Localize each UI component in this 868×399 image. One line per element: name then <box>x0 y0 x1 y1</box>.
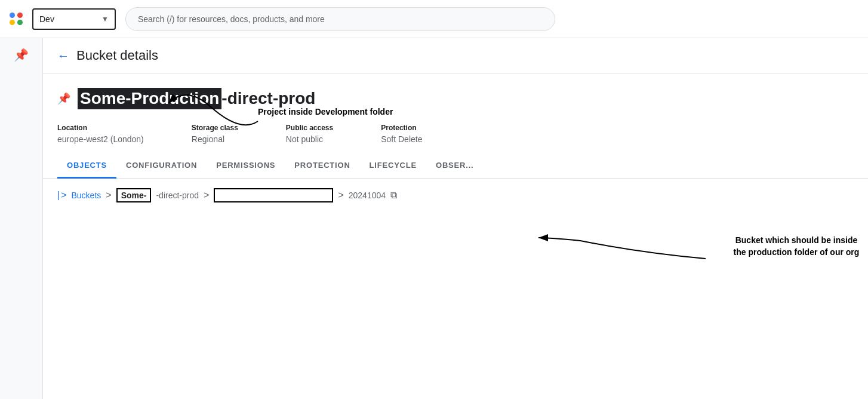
meta-location-value: europe-west2 (London) <box>57 134 144 144</box>
bucket-pin-icon: 📌 <box>57 92 70 105</box>
nav-logo <box>10 13 23 26</box>
meta-public-access: Public access Not public <box>286 124 333 144</box>
breadcrumb-bucket-suffix: -direct-prod <box>156 191 199 200</box>
tab-configuration[interactable]: CONFIGURATION <box>116 154 207 179</box>
breadcrumb-sep-3: > <box>338 190 343 201</box>
meta-protection-value: Soft Delete <box>381 134 422 144</box>
project-selector[interactable]: Dev ▼ <box>32 8 116 30</box>
tab-observability[interactable]: OBSER... <box>426 154 483 179</box>
tabs-container: OBJECTS CONFIGURATION PERMISSIONS PROTEC… <box>43 154 868 179</box>
search-placeholder: Search (/) for resources, docs, products… <box>138 14 325 24</box>
meta-location: Location europe-west2 (London) <box>57 124 144 144</box>
top-navigation: Dev ▼ Search (/) for resources, docs, pr… <box>0 0 868 38</box>
bucket-name: Some-Production -direct-prod <box>78 88 315 109</box>
bucket-name-part1: Some-Production <box>78 88 221 109</box>
meta-protection-label: Protection <box>381 124 422 132</box>
annotation-bucket-prod: Bucket which should be inside the produc… <box>731 235 862 258</box>
tab-objects[interactable]: OBJECTS <box>57 154 116 179</box>
breadcrumb-sep-1: > <box>106 190 111 201</box>
page-title: Bucket details <box>76 48 158 63</box>
dropdown-arrow-icon: ▼ <box>101 15 109 23</box>
main-container: 📌 ← Bucket details <box>0 38 868 399</box>
breadcrumb-bucket-name[interactable]: Some- <box>116 188 152 202</box>
project-name: Dev <box>39 14 97 24</box>
page-header: ← Bucket details <box>43 38 868 73</box>
tab-lifecycle[interactable]: LIFECYCLE <box>360 154 426 179</box>
content-area: ← Bucket details Project inside Dev <box>43 38 868 399</box>
metadata-row: Location europe-west2 (London) Storage c… <box>57 124 854 144</box>
sidebar: 📌 <box>0 38 43 399</box>
breadcrumb-row: |> Buckets > Some- -direct-prod > > 2024… <box>43 179 868 212</box>
breadcrumb-buckets[interactable]: Buckets <box>72 191 101 200</box>
breadcrumb-expand-button[interactable]: |> <box>57 190 67 201</box>
annotation-layer: Project inside Development folder Bucket… <box>43 73 868 144</box>
bucket-info-section: 📌 Some-Production -direct-prod Location … <box>43 73 868 144</box>
meta-public-value: Not public <box>286 134 333 144</box>
back-button[interactable]: ← <box>57 49 69 63</box>
meta-storage-label: Storage class <box>192 124 238 132</box>
meta-location-label: Location <box>57 124 144 132</box>
search-bar[interactable]: Search (/) for resources, docs, products… <box>125 7 555 31</box>
breadcrumb-folder[interactable] <box>214 188 333 202</box>
meta-public-label: Public access <box>286 124 333 132</box>
meta-protection: Protection Soft Delete <box>381 124 422 144</box>
google-cloud-icon <box>10 13 23 26</box>
meta-storage-class: Storage class Regional <box>192 124 238 144</box>
bucket-name-part2: -direct-prod <box>221 89 315 108</box>
tab-protection[interactable]: PROTECTION <box>285 154 359 179</box>
breadcrumb-sep-2: > <box>204 190 209 201</box>
bucket-name-row: 📌 Some-Production -direct-prod <box>57 88 854 109</box>
pin-icon: 📌 <box>14 48 29 62</box>
tab-permissions[interactable]: PERMISSIONS <box>207 154 285 179</box>
copy-icon[interactable]: ⧉ <box>390 190 397 201</box>
breadcrumb-date: 20241004 <box>349 191 386 200</box>
meta-storage-value: Regional <box>192 134 238 144</box>
